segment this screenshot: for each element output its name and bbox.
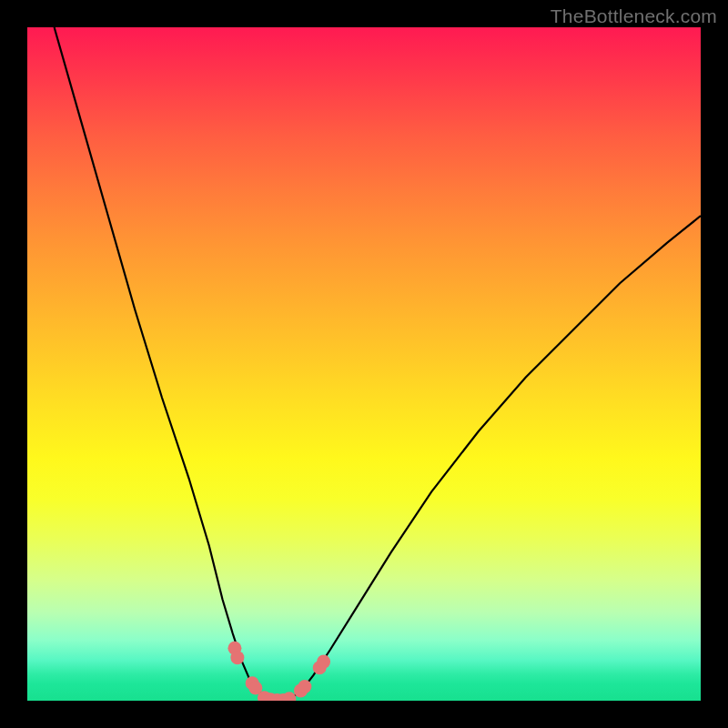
watermark-text: TheBottleneck.com: [551, 5, 717, 27]
plot-area: [27, 27, 701, 701]
curve-layer: [27, 27, 701, 701]
floor-dot-e: [282, 692, 296, 701]
series-left-branch: [55, 27, 271, 700]
bottleneck-curve: [55, 27, 701, 701]
right-dot-upper-b: [317, 655, 330, 669]
right-dot-lower-b: [298, 680, 311, 693]
marker-dots: [228, 642, 330, 701]
chart-frame: TheBottleneck.com: [0, 0, 728, 728]
left-dot-upper-b: [230, 651, 244, 664]
series-right-branch: [287, 216, 701, 700]
